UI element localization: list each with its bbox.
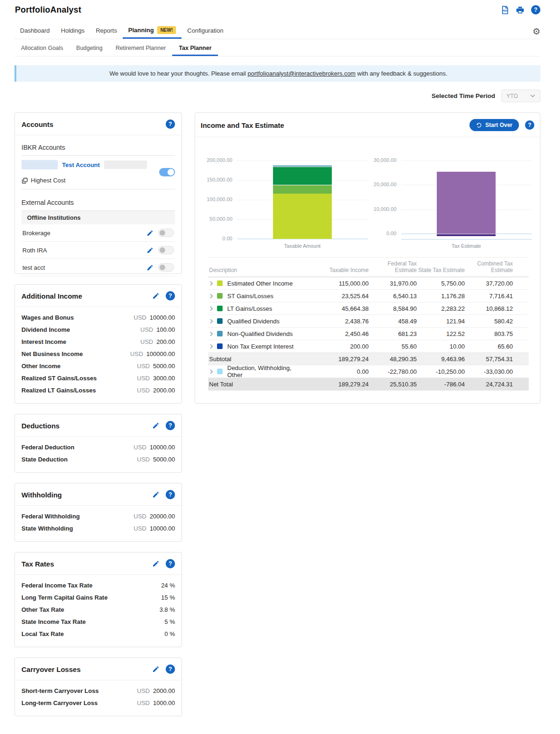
accounts-help-icon[interactable]: ? — [166, 119, 175, 129]
tab-configuration[interactable]: Configuration — [182, 23, 229, 39]
time-period-select[interactable]: YTD — [501, 90, 540, 102]
y-tick-label: 20,000.00 — [374, 182, 397, 187]
panel-help-icon[interactable]: ? — [166, 291, 175, 301]
cell-value: 48,290.35 — [369, 356, 417, 363]
subtab-retirement-planner[interactable]: Retirement Planner — [109, 41, 173, 56]
export-pdf-icon[interactable]: PDF — [500, 6, 509, 14]
cell-value: 7,716.41 — [465, 293, 513, 300]
field-row: Wages and BonusUSD10000.00 — [21, 312, 175, 324]
banner-text: with any feedback & suggestions. — [356, 70, 448, 77]
y-tick-label: 0.00 — [223, 236, 232, 241]
subtab-budgeting[interactable]: Budgeting — [70, 41, 109, 56]
field-label: Long-term Carryover Loss — [21, 699, 98, 707]
cell-value: 458.49 — [369, 318, 417, 325]
panel-help-icon[interactable]: ? — [166, 490, 175, 499]
panel-help-icon[interactable]: ? — [166, 664, 175, 674]
start-over-label: Start Over — [485, 122, 512, 128]
tab-dashboard[interactable]: Dashboard — [14, 23, 56, 39]
currency-code: USD — [137, 363, 150, 370]
panel-help-icon[interactable]: ? — [166, 421, 175, 430]
edit-pencil-icon[interactable] — [147, 230, 154, 237]
time-period-row: Selected Time Period YTD — [14, 90, 540, 102]
stacked-bar — [273, 164, 332, 239]
cell-value: -786.04 — [417, 381, 465, 388]
external-account-row: Brokerage — [21, 224, 175, 242]
field-value: USD20000.00 — [133, 512, 175, 521]
field-label: Net Business Income — [21, 350, 83, 358]
field-label: Local Tax Rate — [21, 630, 64, 638]
expand-chevron-icon[interactable] — [209, 331, 213, 336]
cell-value: 1,176.28 — [417, 293, 465, 300]
time-period-label: Selected Time Period — [432, 92, 495, 99]
help-icon[interactable]: ? — [531, 5, 540, 14]
field-label: State Withholding — [21, 524, 73, 533]
edit-pencil-icon[interactable] — [152, 491, 160, 498]
external-account-name: test acct — [22, 264, 45, 271]
expand-chevron-icon[interactable] — [209, 281, 213, 286]
y-tick-label: 100,000.00 — [207, 196, 232, 202]
additional-income-panel: Additional Income?Wages and BonusUSD1000… — [14, 284, 182, 404]
tab-planning[interactable]: Planning NEW! — [123, 22, 182, 39]
cell-value: 8,584.90 — [369, 305, 417, 312]
deductions-panel: Deductions?Federal DeductionUSD10000.00S… — [14, 414, 182, 473]
edit-pencil-icon[interactable] — [147, 264, 154, 271]
expand-chevron-icon[interactable] — [209, 319, 213, 323]
tab-label: Holdings — [61, 27, 85, 34]
carryover-losses-panel: Carryover Losses?Short-term Carryover Lo… — [14, 657, 182, 716]
panel-help-icon[interactable]: ? — [166, 559, 175, 568]
y-tick-label: 0.00 — [386, 231, 396, 236]
external-account-toggle[interactable] — [158, 246, 174, 254]
currency-code: USD — [140, 326, 153, 333]
gridline — [237, 161, 368, 161]
field-value: USD200.00 — [140, 338, 175, 346]
external-account-toggle[interactable] — [158, 263, 174, 272]
ibkr-account-row: Test Account Highest Cost — [21, 156, 175, 189]
field-value: USD10000.00 — [133, 443, 175, 452]
x-axis-label: Taxable Amount — [237, 243, 368, 249]
field-row: Local Tax Rate0 % — [21, 628, 175, 640]
cell-value: 5,750.00 — [417, 280, 465, 287]
edit-pencil-icon[interactable] — [147, 247, 154, 254]
field-value: USD100.00 — [140, 326, 175, 334]
cell-value: -22,780.00 — [369, 368, 417, 375]
field-label: State Deduction — [21, 455, 68, 464]
expand-chevron-icon[interactable] — [209, 294, 213, 298]
subtab-allocation-goals[interactable]: Allocation Goals — [14, 41, 70, 56]
edit-pencil-icon[interactable] — [152, 560, 160, 567]
expand-chevron-icon[interactable] — [209, 344, 213, 349]
tax-rates-panel: Tax Rates?Federal Income Tax Rate24 %Lon… — [14, 552, 182, 647]
print-icon[interactable] — [516, 6, 525, 14]
plot-area — [237, 161, 368, 240]
expand-chevron-icon[interactable] — [209, 369, 213, 374]
field-row: Realized ST Gains/LossesUSD3000.00 — [21, 372, 175, 384]
currency-code: USD — [133, 444, 146, 451]
table-row: ST Gains/Losses23,525.646,540.131,176.28… — [208, 290, 529, 302]
tab-reports[interactable]: Reports — [90, 23, 123, 39]
field-row: Long Term Capital Gains Rate15 % — [21, 592, 175, 604]
cell-value: 55.60 — [369, 343, 417, 350]
field-value: USD2000.00 — [137, 386, 175, 395]
edit-pencil-icon[interactable] — [152, 422, 160, 429]
field-row: Federal DeductionUSD10000.00 — [21, 441, 175, 454]
field-value: USD3000.00 — [137, 374, 175, 383]
estimate-help-icon[interactable]: ? — [525, 120, 534, 130]
y-tick-label: 10,000.00 — [374, 206, 397, 212]
start-over-button[interactable]: Start Over — [469, 119, 519, 131]
external-account-toggle[interactable] — [158, 229, 174, 237]
edit-pencil-icon[interactable] — [152, 292, 160, 300]
field-row: Interest IncomeUSD200.00 — [21, 336, 175, 348]
tab-holdings[interactable]: Holdings — [56, 23, 91, 39]
cell-value: 803.75 — [465, 330, 513, 337]
subtab-tax-planner[interactable]: Tax Planner — [172, 41, 218, 56]
field-row: Other IncomeUSD5000.00 — [21, 360, 175, 372]
redacted-account-id — [21, 160, 58, 169]
expand-chevron-icon[interactable] — [209, 306, 213, 311]
account-name-link[interactable]: Test Account — [62, 161, 100, 168]
field-value: USD10000.00 — [133, 314, 175, 322]
feedback-email-link[interactable]: portfolioanalyst@interactivebrokers.com — [248, 70, 356, 77]
cost-basis-label: Highest Cost — [31, 177, 65, 184]
settings-gear-icon[interactable]: ⚙ — [532, 27, 540, 39]
field-row: Short-term Carryover LossUSD2000.00 — [21, 685, 175, 697]
edit-pencil-icon[interactable] — [152, 665, 160, 673]
ibkr-account-toggle[interactable] — [159, 168, 175, 176]
